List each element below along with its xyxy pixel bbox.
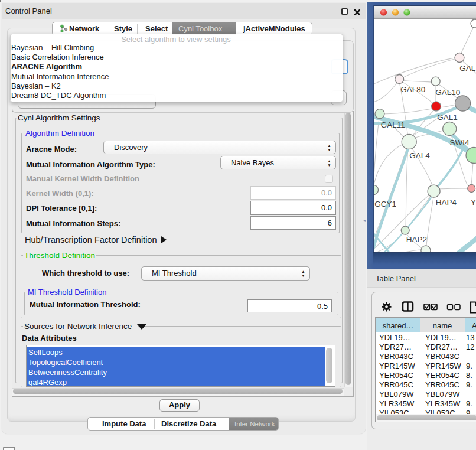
svg-text:GAL80: GAL80: [400, 85, 425, 94]
svg-text:GAL1: GAL1: [437, 113, 458, 122]
svg-text:GAL11: GAL11: [381, 120, 405, 129]
svg-text:GAL10: GAL10: [435, 88, 460, 97]
svg-text:HAP2: HAP2: [406, 235, 427, 244]
svg-text:GAL4: GAL4: [409, 151, 430, 160]
svg-text:Y: Y: [471, 198, 476, 207]
svg-text:GCY1: GCY1: [374, 200, 396, 208]
svg-text:GAL7: GAL7: [459, 64, 476, 73]
svg-text:HAP4: HAP4: [436, 198, 457, 207]
svg-text:SWI4: SWI4: [449, 138, 469, 147]
